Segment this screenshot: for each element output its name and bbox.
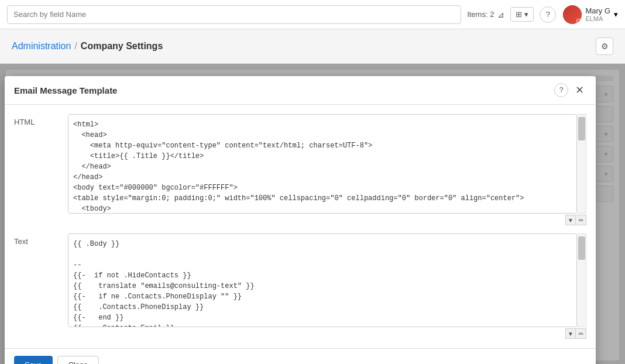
text-scrollbar (577, 233, 586, 327)
page-settings-button[interactable]: ⚙ (596, 37, 613, 55)
text-edit-button[interactable]: ✏ (576, 328, 586, 339)
top-right-area: ? Mary G ELMA ▾ (540, 5, 618, 24)
html-scroll-down-button[interactable]: ▼ (565, 215, 576, 225)
search-input[interactable] (7, 5, 461, 24)
user-name: Mary G (585, 6, 610, 15)
text-label: Text (14, 233, 61, 339)
html-label: HTML (14, 114, 61, 225)
modal-body: HTML ▼ ✏ Text (5, 105, 596, 348)
modal-close-button[interactable]: ✕ (573, 85, 586, 95)
breadcrumb-admin-link[interactable]: Administration (12, 41, 71, 51)
html-scrollbar-thumb (578, 117, 585, 140)
top-bar: Items: 2 ⊿ ⊞ ▾ ? Mary G ELMA ▾ (0, 0, 625, 29)
help-button[interactable]: ? (540, 6, 556, 23)
filter-icon[interactable]: ⊿ (497, 10, 504, 19)
avatar-status (576, 19, 581, 23)
modal-help-button[interactable]: ? (554, 83, 568, 97)
html-textarea-wrapper (68, 114, 586, 214)
html-editor-container: ▼ ✏ (68, 114, 586, 225)
user-chevron-icon: ▾ (614, 10, 618, 19)
save-button[interactable]: Save (14, 356, 53, 364)
breadcrumb: Administration / Company Settings (12, 41, 163, 51)
modal-header: Email Message Template ? ✕ (5, 76, 596, 105)
grid-icon: ⊞ (516, 10, 522, 19)
breadcrumb-separator: / (74, 41, 77, 51)
settings-icon: ⚙ (601, 42, 609, 51)
text-scrollbar-thumb (578, 236, 585, 260)
close-button[interactable]: Close (57, 356, 99, 364)
avatar (563, 5, 582, 24)
html-scrollbar (577, 114, 586, 214)
text-editor[interactable] (68, 233, 577, 327)
html-edit-button[interactable]: ✏ (576, 215, 586, 225)
user-info: Mary G ELMA (585, 6, 610, 22)
text-form-row: Text ▼ ✏ (14, 233, 586, 339)
modal-title: Email Message Template (14, 85, 117, 95)
breadcrumb-current: Company Settings (81, 41, 163, 51)
email-template-modal: Email Message Template ? ✕ HTML ▼ ✏ (5, 76, 596, 364)
user-org: ELMA (585, 15, 610, 22)
html-editor[interactable] (68, 114, 577, 214)
items-count: Items: 2 ⊿ (467, 10, 504, 19)
text-scroll-down-button[interactable]: ▼ (565, 328, 576, 339)
breadcrumb-area: Administration / Company Settings ⚙ (0, 29, 625, 64)
view-dropdown-arrow: ▾ (524, 10, 528, 19)
user-menu[interactable]: Mary G ELMA ▾ (563, 5, 618, 24)
modal-header-actions: ? ✕ (554, 83, 586, 97)
text-editor-container: ▼ ✏ (68, 233, 586, 339)
html-form-row: HTML ▼ ✏ (14, 114, 586, 225)
view-toggle-button[interactable]: ⊞ ▾ (510, 7, 534, 22)
modal-footer: Save Close (5, 348, 596, 364)
text-textarea-wrapper (68, 233, 586, 327)
